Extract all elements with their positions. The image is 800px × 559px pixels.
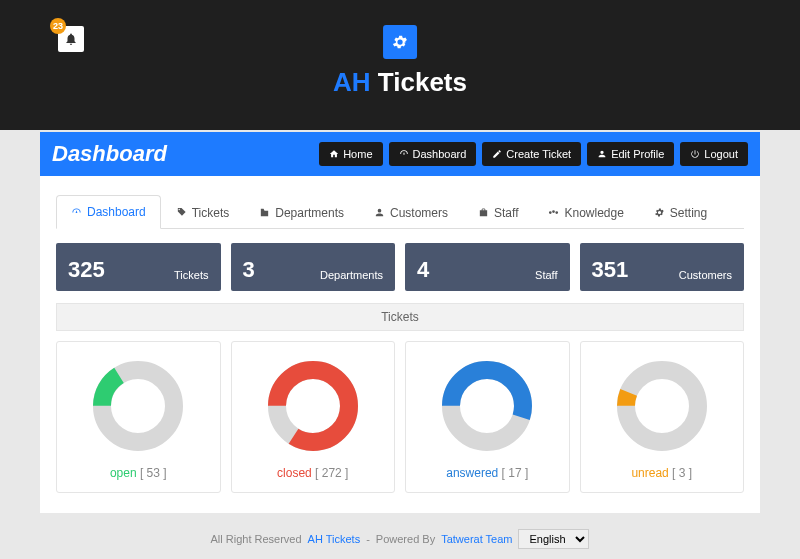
stat-departments: 3Departments — [231, 243, 396, 291]
tab-customers-label: Customers — [390, 206, 448, 220]
stat-staff-value: 4 — [417, 259, 429, 281]
gear-icon — [654, 207, 665, 218]
stat-tickets-value: 325 — [68, 259, 105, 281]
power-icon — [690, 149, 700, 159]
nav-logout-label: Logout — [704, 148, 738, 160]
nav-dashboard-button[interactable]: Dashboard — [389, 142, 477, 166]
tab-knowledge[interactable]: Knowledge — [533, 195, 638, 229]
nav-dashboard-label: Dashboard — [413, 148, 467, 160]
nav-edit-label: Edit Profile — [611, 148, 664, 160]
tab-departments-label: Departments — [275, 206, 344, 220]
footer-link-tatwerat[interactable]: Tatwerat Team — [441, 533, 512, 545]
footer: All Right Reserved AH Tickets - Powered … — [0, 529, 800, 549]
donut-closed-label: closed — [277, 466, 312, 480]
tab-setting[interactable]: Setting — [639, 195, 722, 229]
tab-customers[interactable]: Customers — [359, 195, 463, 229]
donut-closed: closed [ 272 ] — [231, 341, 396, 493]
user-icon — [597, 149, 607, 159]
page-title: Dashboard — [52, 141, 319, 167]
gear-icon — [383, 25, 417, 59]
donut-open: open [ 53 ] — [56, 341, 221, 493]
brand-ah: AH — [333, 67, 371, 97]
stat-departments-label: Departments — [320, 269, 383, 281]
donut-unread-value: [ 3 ] — [672, 466, 692, 480]
footer-sep: - — [366, 533, 370, 545]
nav-create-ticket-button[interactable]: Create Ticket — [482, 142, 581, 166]
stat-tickets: 325Tickets — [56, 243, 221, 291]
donut-open-label: open — [110, 466, 137, 480]
edit-icon — [492, 149, 502, 159]
stat-customers-label: Customers — [679, 269, 732, 281]
nav-home-button[interactable]: Home — [319, 142, 382, 166]
donut-open-value: [ 53 ] — [140, 466, 167, 480]
bell-icon — [64, 32, 78, 46]
tab-departments[interactable]: Departments — [244, 195, 359, 229]
donut-answered-value: [ 17 ] — [502, 466, 529, 480]
donut-closed-value: [ 272 ] — [315, 466, 348, 480]
donut-unread: unread [ 3 ] — [580, 341, 745, 493]
connected-icon — [548, 207, 559, 218]
tab-dashboard[interactable]: Dashboard — [56, 195, 161, 229]
users-icon — [374, 207, 385, 218]
tab-staff[interactable]: Staff — [463, 195, 533, 229]
tickets-header: Tickets — [56, 303, 744, 331]
donut-closed-chart — [263, 356, 363, 456]
donut-answered: answered [ 17 ] — [405, 341, 570, 493]
tab-tickets-label: Tickets — [192, 206, 230, 220]
stat-customers-value: 351 — [592, 259, 629, 281]
nav-home-label: Home — [343, 148, 372, 160]
tab-knowledge-label: Knowledge — [564, 206, 623, 220]
page-header: Dashboard Home Dashboard Create Ticket E… — [40, 132, 760, 176]
donut-unread-label: unread — [631, 466, 668, 480]
stat-tickets-label: Tickets — [174, 269, 208, 281]
stat-departments-value: 3 — [243, 259, 255, 281]
footer-powered: Powered By — [376, 533, 435, 545]
tab-staff-label: Staff — [494, 206, 518, 220]
brand: AH Tickets — [333, 25, 467, 98]
stat-staff: 4Staff — [405, 243, 570, 291]
tag-icon — [176, 207, 187, 218]
nav-edit-profile-button[interactable]: Edit Profile — [587, 142, 674, 166]
folder-icon — [259, 207, 270, 218]
notification-count-badge: 23 — [50, 18, 66, 34]
tab-tickets[interactable]: Tickets — [161, 195, 245, 229]
dashboard-icon — [71, 207, 82, 218]
tabs: Dashboard Tickets Departments Customers … — [56, 194, 744, 229]
donut-open-chart — [88, 356, 188, 456]
tab-dashboard-label: Dashboard — [87, 205, 146, 219]
nav-create-label: Create Ticket — [506, 148, 571, 160]
tab-setting-label: Setting — [670, 206, 707, 220]
donut-answered-chart — [437, 356, 537, 456]
donut-unread-chart — [612, 356, 712, 456]
stat-staff-label: Staff — [535, 269, 557, 281]
svg-point-6 — [626, 370, 698, 442]
language-select[interactable]: English — [518, 529, 589, 549]
footer-reserved: All Right Reserved — [211, 533, 302, 545]
briefcase-icon — [478, 207, 489, 218]
donut-answered-label: answered — [446, 466, 498, 480]
footer-link-ahtickets[interactable]: AH Tickets — [308, 533, 361, 545]
dashboard-icon — [399, 149, 409, 159]
notification-bell[interactable]: 23 — [58, 26, 84, 52]
home-icon — [329, 149, 339, 159]
brand-name: Tickets — [371, 67, 467, 97]
nav-logout-button[interactable]: Logout — [680, 142, 748, 166]
stat-customers: 351Customers — [580, 243, 745, 291]
